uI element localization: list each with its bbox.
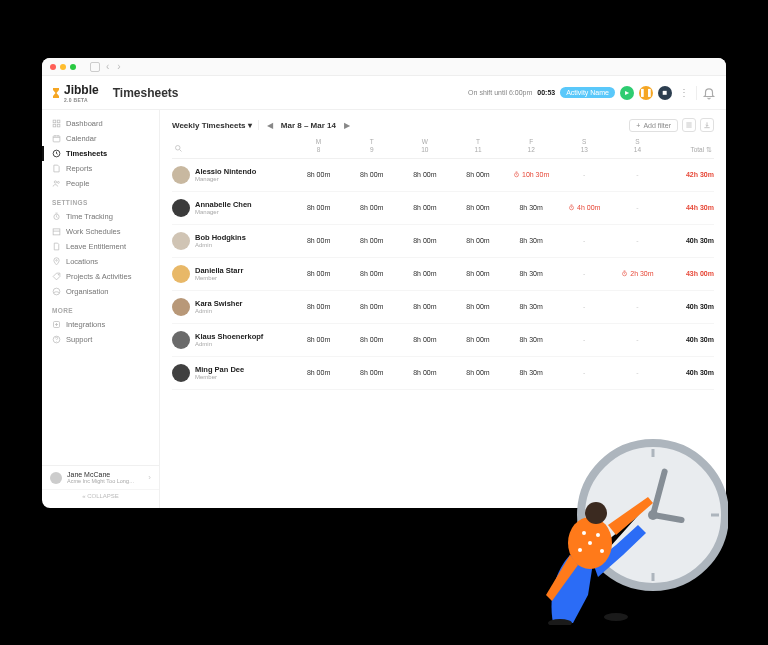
day-column[interactable]: W10: [398, 138, 451, 154]
day-column[interactable]: S13: [558, 138, 611, 154]
svg-point-6: [54, 181, 56, 183]
sidebar-item-work-schedules[interactable]: Work Schedules: [42, 224, 159, 239]
person-name: Annabelle Chen: [195, 200, 252, 209]
view-selector[interactable]: Weekly Timesheets ▾: [172, 121, 252, 130]
hours-cell: 8h 30m: [505, 270, 558, 277]
sidebar-toggle-icon[interactable]: [90, 62, 100, 72]
bell-icon[interactable]: [702, 86, 716, 100]
location-icon: [52, 257, 61, 266]
nav-back-icon[interactable]: ‹: [104, 61, 111, 72]
window-zoom-icon[interactable]: [70, 64, 76, 70]
hero-illustration: [498, 395, 728, 625]
svg-point-15: [56, 341, 57, 342]
collapse-button[interactable]: « COLLAPSE: [42, 489, 159, 502]
table-row[interactable]: Bob HodgkinsAdmin8h 00m8h 00m8h 00m8h 00…: [172, 225, 714, 258]
sliders-icon: [685, 121, 693, 129]
hours-cell: 8h 00m: [345, 237, 398, 244]
settings-button[interactable]: [682, 118, 696, 132]
sidebar-item-locations[interactable]: Locations: [42, 254, 159, 269]
person-name: Alessio Nintendo: [195, 167, 256, 176]
brand-name: Jibble: [64, 83, 99, 97]
activity-pill[interactable]: Activity Name: [560, 87, 615, 98]
more-menu-icon[interactable]: ⋮: [677, 87, 691, 98]
brand-logo[interactable]: Jibble 2.0 BETA: [50, 83, 99, 103]
day-column[interactable]: S14: [611, 138, 664, 154]
sidebar-item-label: Time Tracking: [66, 212, 113, 221]
sidebar-item-time-tracking[interactable]: Time Tracking: [42, 209, 159, 224]
hours-cell: 8h 00m: [398, 336, 451, 343]
sidebar-item-label: Dashboard: [66, 119, 103, 128]
table-row[interactable]: Alessio NintendoManager8h 00m8h 00m8h 00…: [172, 159, 714, 192]
hours-cell-overtime: 4h 00m: [558, 204, 611, 211]
nav-forward-icon[interactable]: ›: [115, 61, 122, 72]
svg-rect-9: [53, 229, 60, 235]
window-minimize-icon[interactable]: [60, 64, 66, 70]
table-row[interactable]: Ming Pan DeeMember8h 00m8h 00m8h 00m8h 0…: [172, 357, 714, 390]
total-cell: 40h 30m: [664, 303, 714, 310]
avatar: [172, 265, 190, 283]
sidebar-item-organisation[interactable]: Organisation: [42, 284, 159, 299]
add-filter-button[interactable]: + Add filter: [629, 119, 678, 132]
sidebar-item-calendar[interactable]: Calendar: [42, 131, 159, 146]
person-cell: Alessio NintendoManager: [172, 166, 292, 184]
person-name: Bob Hodgkins: [195, 233, 246, 242]
export-button[interactable]: [700, 118, 714, 132]
sidebar-item-reports[interactable]: Reports: [42, 161, 159, 176]
range-prev-icon[interactable]: ◀: [265, 121, 275, 130]
day-column[interactable]: T9: [345, 138, 398, 154]
person-role: Member: [195, 275, 243, 281]
app-header: Jibble 2.0 BETA Timesheets On shift unti…: [42, 76, 726, 110]
hours-cell: -: [611, 204, 664, 211]
person-cell: Daniella StarrMember: [172, 265, 292, 283]
day-column[interactable]: F12: [505, 138, 558, 154]
hours-cell: 8h 00m: [398, 171, 451, 178]
total-cell: 40h 30m: [664, 237, 714, 244]
timesheet-toolbar: Weekly Timesheets ▾ ◀ Mar 8 – Mar 14 ▶ +…: [172, 118, 714, 138]
hours-cell: 8h 30m: [505, 369, 558, 376]
sidebar-item-support[interactable]: Support: [42, 332, 159, 347]
table-row[interactable]: Daniella StarrMember8h 00m8h 00m8h 00m8h…: [172, 258, 714, 291]
sidebar-section-settings: SETTINGS: [42, 191, 159, 209]
range-next-icon[interactable]: ▶: [342, 121, 352, 130]
overtime-icon: [513, 171, 520, 178]
total-header[interactable]: Total ⇅: [664, 146, 714, 154]
sidebar-item-integrations[interactable]: Integrations: [42, 317, 159, 332]
sidebar-item-people[interactable]: People: [42, 176, 159, 191]
hours-cell: -: [558, 270, 611, 277]
svg-point-16: [176, 145, 181, 150]
sidebar-item-label: Organisation: [66, 287, 109, 296]
table-row[interactable]: Annabelle ChenManager8h 00m8h 00m8h 00m8…: [172, 192, 714, 225]
table-row[interactable]: Kara SwisherAdmin8h 00m8h 00m8h 00m8h 00…: [172, 291, 714, 324]
sidebar-item-dashboard[interactable]: Dashboard: [42, 116, 159, 131]
svg-point-10: [56, 260, 58, 262]
schedule-icon: [52, 227, 61, 236]
hours-cell: 8h 30m: [505, 204, 558, 211]
sidebar-item-projects-activities[interactable]: Projects & Activities: [42, 269, 159, 284]
status-stop-icon[interactable]: ■: [658, 86, 672, 100]
date-range[interactable]: Mar 8 – Mar 14: [281, 121, 336, 130]
table-header: M8T9W10T11F12S13S14 Total ⇅: [172, 138, 714, 159]
shift-elapsed: 00:53: [537, 89, 555, 96]
window-close-icon[interactable]: [50, 64, 56, 70]
day-column[interactable]: M8: [292, 138, 345, 154]
sidebar-item-timesheets[interactable]: Timesheets: [42, 146, 159, 161]
hours-cell: 8h 00m: [292, 336, 345, 343]
table-row[interactable]: Klaus ShoenerkopfAdmin8h 00m8h 00m8h 00m…: [172, 324, 714, 357]
chevron-right-icon: ›: [148, 473, 151, 482]
day-column[interactable]: T11: [451, 138, 504, 154]
sidebar-item-leave-entitlement[interactable]: Leave Entitlement: [42, 239, 159, 254]
org-icon: [52, 287, 61, 296]
sidebar-user[interactable]: Jane McCane Acme Inc Might Too Long… ›: [42, 465, 159, 489]
search-column[interactable]: [172, 144, 292, 154]
hours-cell: 8h 00m: [345, 204, 398, 211]
hours-cell: 8h 00m: [451, 270, 504, 277]
person-role: Manager: [195, 209, 252, 215]
status-play-icon[interactable]: ▸: [620, 86, 634, 100]
sidebar-item-label: Leave Entitlement: [66, 242, 126, 251]
sidebar-item-label: Timesheets: [66, 149, 107, 158]
sidebar-item-label: Projects & Activities: [66, 272, 131, 281]
hours-cell: 8h 00m: [292, 303, 345, 310]
avatar: [172, 298, 190, 316]
user-org: Acme Inc Might Too Long…: [67, 478, 134, 484]
status-pause-icon[interactable]: ❚❚: [639, 86, 653, 100]
